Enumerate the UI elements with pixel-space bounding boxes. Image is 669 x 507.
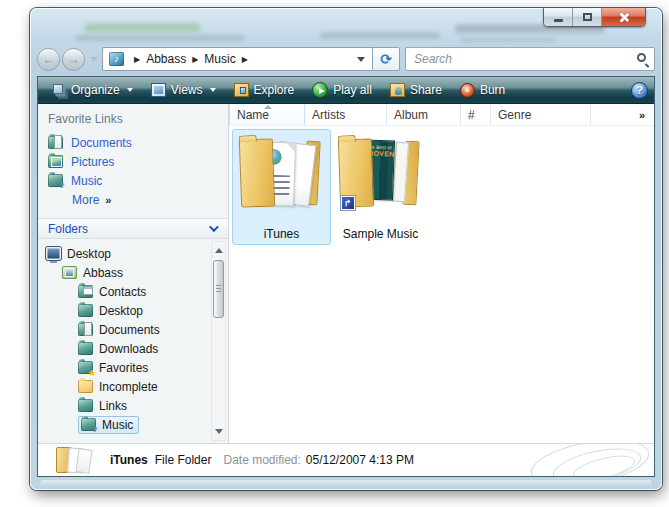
navigation-bar: ← → ♪ ▶ Abbass ▶ Music ▶ ⟳ Search [37, 44, 655, 74]
recent-pages-dropdown[interactable] [90, 57, 98, 62]
scroll-down-icon[interactable] [215, 429, 223, 434]
breadcrumb-separator-icon[interactable]: ▶ [242, 55, 248, 64]
file-sample-music[interactable]: The Best of THOVEN ↱ Sample Music [331, 129, 430, 245]
glass-reflection [75, 35, 245, 41]
pictures-icon [48, 155, 63, 168]
address-bar[interactable]: ♪ ▶ Abbass ▶ Music ▶ [102, 47, 372, 71]
play-all-button[interactable]: Play all [303, 79, 381, 102]
details-date-label: Date modified: [223, 453, 300, 467]
tree-item-abbass[interactable]: Abbass [38, 263, 228, 282]
double-chevron-icon: » [105, 194, 111, 206]
main-region: Favorite Links Documents Pictures Music … [38, 104, 654, 443]
folder-icon [78, 342, 93, 355]
close-button[interactable] [602, 8, 645, 26]
tree-item-desktop-root[interactable]: Desktop [38, 244, 228, 263]
favorite-links-title: Favorite Links [38, 104, 228, 133]
minimize-button[interactable] [544, 8, 573, 26]
tree-item-documents[interactable]: Documents [38, 320, 228, 339]
glass-reflection [85, 23, 200, 32]
user-folder-icon [62, 266, 77, 279]
search-placeholder: Search [414, 52, 452, 66]
search-input[interactable]: Search [405, 47, 655, 71]
favorites-star-icon [78, 361, 93, 374]
command-toolbar: Organize Views Explore Play all Share [38, 77, 654, 104]
tree-item-contacts[interactable]: Contacts [38, 282, 228, 301]
music-icon [48, 174, 63, 187]
sidebar-item-music[interactable]: Music [38, 171, 228, 190]
folder-tree: Desktop Abbass Contacts Desktop [38, 239, 228, 443]
organize-icon [53, 84, 63, 94]
help-icon: ? [636, 84, 643, 96]
sample-music-folder-icon: The Best of THOVEN ↱ [336, 132, 426, 224]
share-icon [390, 83, 405, 97]
column-header-number[interactable]: # [461, 104, 491, 125]
search-icon [637, 53, 646, 62]
close-icon [618, 12, 629, 23]
burn-icon [460, 83, 475, 98]
more-columns-button[interactable]: » [591, 104, 654, 125]
views-button[interactable]: Views [142, 79, 225, 102]
minimize-icon [554, 19, 563, 22]
file-label: Sample Music [332, 227, 429, 241]
explore-icon [234, 83, 249, 97]
itunes-folder-icon [237, 132, 327, 224]
back-button[interactable]: ← [37, 48, 60, 71]
tree-item-favorites[interactable]: Favorites [38, 358, 228, 377]
column-header-artists[interactable]: Artists [305, 104, 387, 125]
forward-button[interactable]: → [62, 48, 85, 71]
desktop-icon [46, 247, 61, 260]
folders-band[interactable]: Folders [38, 218, 228, 239]
more-links-button[interactable]: More » [38, 190, 228, 209]
organize-button[interactable]: Organize [44, 79, 142, 102]
file-itunes[interactable]: iTunes [232, 129, 331, 245]
glass-reflection [40, 480, 652, 487]
back-icon: ← [42, 52, 55, 67]
window-controls [543, 8, 646, 27]
sort-ascending-icon [264, 105, 272, 109]
music-icon [81, 418, 96, 431]
selected-folder-icon [54, 445, 96, 475]
details-pane: iTunes File Folder Date modified: 05/12/… [38, 443, 654, 476]
refresh-icon: ⟳ [380, 51, 392, 67]
share-button[interactable]: Share [381, 79, 451, 102]
explore-button[interactable]: Explore [225, 79, 304, 102]
refresh-button[interactable]: ⟳ [372, 47, 400, 71]
tree-scrollbar[interactable] [211, 241, 226, 441]
maximize-icon [583, 13, 592, 21]
tree-item-downloads[interactable]: Downloads [38, 339, 228, 358]
folder-icon [78, 399, 93, 412]
column-header-album[interactable]: Album [387, 104, 461, 125]
tree-item-links[interactable]: Links [38, 396, 228, 415]
file-list-pane: Name Artists Album # Genre [229, 104, 654, 443]
documents-icon [48, 136, 63, 149]
play-icon [312, 82, 328, 98]
sidebar-item-pictures[interactable]: Pictures [38, 152, 228, 171]
client-area: Organize Views Explore Play all Share [37, 76, 655, 477]
glass-reflection [460, 37, 555, 43]
column-header-genre[interactable]: Genre [491, 104, 591, 125]
music-folder-icon: ♪ [109, 52, 124, 66]
breadcrumb-abbass[interactable]: Abbass [146, 52, 186, 66]
decorative-swoosh [530, 443, 650, 476]
burn-button[interactable]: Burn [451, 79, 514, 102]
column-header-name[interactable]: Name [229, 104, 305, 125]
scroll-up-icon[interactable] [215, 248, 223, 253]
sidebar-item-documents[interactable]: Documents [38, 133, 228, 152]
breadcrumb-music[interactable]: Music [204, 52, 235, 66]
folder-icon [78, 304, 93, 317]
maximize-button[interactable] [573, 8, 602, 26]
double-chevron-icon: » [639, 109, 645, 121]
chevron-down-icon [209, 222, 219, 232]
views-icon [151, 83, 166, 97]
help-button[interactable]: ? [631, 82, 648, 99]
tree-item-music[interactable]: Music [38, 415, 228, 434]
navigation-pane: Favorite Links Documents Pictures Music … [38, 104, 229, 443]
scrollbar-thumb[interactable] [213, 260, 224, 318]
chevron-down-icon [210, 88, 216, 92]
contacts-icon [78, 285, 93, 298]
tree-item-incomplete[interactable]: Incomplete [38, 377, 228, 396]
folder-icon [78, 380, 93, 393]
tree-item-desktop[interactable]: Desktop [38, 301, 228, 320]
address-dropdown-icon[interactable] [357, 57, 365, 62]
breadcrumb-separator-icon[interactable]: ▶ [192, 55, 198, 64]
